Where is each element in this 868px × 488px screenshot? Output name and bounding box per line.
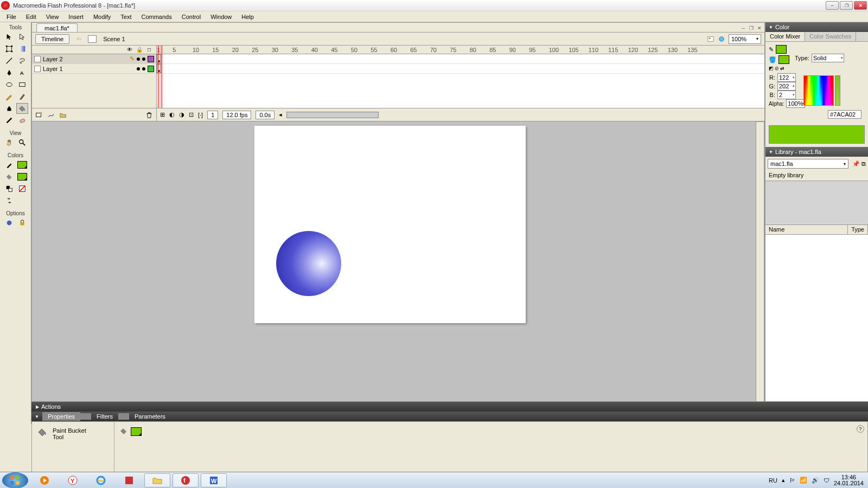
- pencil-tool[interactable]: [3, 91, 15, 102]
- library-doc-select[interactable]: mac1.fla: [768, 159, 848, 169]
- actions-panel-title[interactable]: Actions: [31, 402, 868, 412]
- frame-row[interactable]: [157, 54, 764, 64]
- layer-name[interactable]: Layer 2: [43, 56, 127, 62]
- stroke-color-swatch[interactable]: [16, 159, 28, 170]
- line-tool[interactable]: [3, 55, 15, 66]
- taskbar-ie[interactable]: [88, 473, 114, 487]
- mixer-tab[interactable]: Color Mixer: [765, 32, 805, 41]
- vertical-scrollbar[interactable]: [756, 121, 764, 415]
- menu-view[interactable]: View: [42, 12, 63, 21]
- menu-window[interactable]: Window: [206, 12, 236, 21]
- color-panel-title[interactable]: Color: [765, 22, 868, 32]
- pin-library-icon[interactable]: 📌: [852, 160, 860, 168]
- filters-tab[interactable]: Filters: [91, 412, 118, 421]
- frame-scroll-left[interactable]: ◂: [279, 111, 282, 118]
- zoom-tool[interactable]: [16, 137, 28, 148]
- frame-ruler[interactable]: 1510152025303540455055606570758085909510…: [157, 46, 764, 54]
- new-folder-button[interactable]: [58, 111, 68, 119]
- library-list[interactable]: [765, 235, 868, 414]
- taskbar-app1[interactable]: [116, 473, 142, 487]
- r-field[interactable]: 122: [777, 73, 796, 82]
- menu-commands[interactable]: Commands: [137, 12, 176, 21]
- tray-show-hidden-icon[interactable]: ▴: [782, 477, 785, 484]
- onion-outline-icon[interactable]: ◑: [179, 111, 184, 118]
- gap-size-option[interactable]: [3, 217, 15, 228]
- lasso-tool[interactable]: [16, 55, 28, 66]
- pen-tool[interactable]: [3, 67, 15, 78]
- visibility-dot[interactable]: [137, 67, 140, 70]
- tray-network-icon[interactable]: 📶: [800, 477, 807, 484]
- brush-tool[interactable]: [16, 91, 28, 102]
- delete-layer-button[interactable]: [144, 111, 154, 119]
- tray-volume-icon[interactable]: 🔊: [812, 477, 819, 484]
- paint-bucket-tool[interactable]: [16, 103, 28, 114]
- taskbar-word[interactable]: W: [201, 473, 227, 487]
- frame-row[interactable]: [157, 64, 764, 74]
- default-colors-icon[interactable]: ◩: [769, 66, 774, 71]
- g-field[interactable]: 202: [777, 82, 796, 91]
- oval-tool[interactable]: [3, 79, 15, 90]
- gradient-transform-tool[interactable]: [16, 43, 28, 54]
- new-library-icon[interactable]: ⧉: [861, 160, 866, 168]
- menu-edit[interactable]: Edit: [22, 12, 41, 21]
- doc-restore-icon[interactable]: ❐: [748, 24, 755, 32]
- swap-colors-button[interactable]: [3, 195, 15, 206]
- help-icon[interactable]: ?: [857, 425, 864, 433]
- frame-scrollbar[interactable]: [286, 112, 379, 118]
- timeline-toggle-button[interactable]: Timeline: [35, 34, 69, 44]
- scene-name[interactable]: Scene 1: [103, 36, 125, 42]
- start-button[interactable]: [2, 472, 28, 489]
- layer-row[interactable]: Layer 1: [32, 64, 156, 74]
- show-hide-column-icon[interactable]: 👁: [126, 47, 133, 53]
- hand-tool[interactable]: [3, 137, 15, 148]
- outline-color-box[interactable]: [148, 56, 154, 62]
- default-colors-button[interactable]: [3, 183, 15, 194]
- fill-color-swatch[interactable]: [131, 427, 142, 436]
- taskbar-yandex[interactable]: Y: [60, 473, 86, 487]
- eraser-tool[interactable]: [16, 115, 28, 126]
- no-color-icon[interactable]: ⊘: [775, 66, 779, 71]
- doc-minimize-icon[interactable]: ─: [739, 24, 747, 32]
- tray-clock[interactable]: 13:46 24.01.2014: [834, 474, 864, 486]
- menu-text[interactable]: Text: [116, 12, 136, 21]
- stage-area[interactable]: [32, 121, 764, 423]
- brightness-bar[interactable]: [835, 75, 840, 106]
- layer-name[interactable]: Layer 1: [43, 66, 126, 72]
- stage-object-sphere[interactable]: [276, 231, 341, 296]
- taskbar-flash[interactable]: f: [173, 473, 199, 487]
- rectangle-tool[interactable]: [16, 79, 28, 90]
- no-color-button[interactable]: [16, 183, 28, 194]
- menu-help[interactable]: Help: [237, 12, 258, 21]
- stage-canvas[interactable]: [254, 126, 526, 323]
- b-field[interactable]: 2: [777, 91, 796, 99]
- free-transform-tool[interactable]: [3, 43, 15, 54]
- back-arrow-icon[interactable]: ⇦: [74, 34, 84, 44]
- color-spectrum[interactable]: [803, 75, 834, 106]
- menu-file[interactable]: File: [2, 12, 21, 21]
- lock-column-icon[interactable]: 🔒: [136, 47, 143, 53]
- onion-markers-icon[interactable]: [·]: [198, 112, 203, 118]
- doc-close-icon[interactable]: ✕: [756, 24, 763, 32]
- fps-field[interactable]: 12.0 fps: [222, 111, 251, 119]
- file-tab[interactable]: mac1.fla*: [36, 23, 78, 32]
- center-frame-icon[interactable]: ⊞: [160, 111, 165, 118]
- stroke-swatch[interactable]: [776, 45, 787, 54]
- text-tool[interactable]: A: [16, 67, 28, 78]
- type-column[interactable]: Type: [848, 225, 868, 234]
- name-column[interactable]: Name: [765, 225, 848, 234]
- menu-control[interactable]: Control: [177, 12, 205, 21]
- selection-tool[interactable]: [3, 31, 15, 42]
- hex-field[interactable]: #7ACA02: [828, 110, 861, 119]
- library-panel-title[interactable]: Library - mac1.fla: [765, 147, 868, 157]
- eyedropper-tool[interactable]: [3, 115, 15, 126]
- lock-dot[interactable]: [142, 57, 145, 61]
- edit-symbol-icon[interactable]: [718, 35, 725, 43]
- maximize-button[interactable]: ❐: [840, 1, 853, 10]
- edit-multiple-icon[interactable]: ⊡: [189, 111, 194, 118]
- alpha-field[interactable]: 100%: [786, 99, 805, 108]
- onion-skin-icon[interactable]: ◐: [169, 111, 175, 118]
- frames-area[interactable]: 1510152025303540455055606570758085909510…: [157, 46, 764, 121]
- menu-insert[interactable]: Insert: [64, 12, 88, 21]
- language-indicator[interactable]: RU: [769, 477, 777, 484]
- subselection-tool[interactable]: [16, 31, 28, 42]
